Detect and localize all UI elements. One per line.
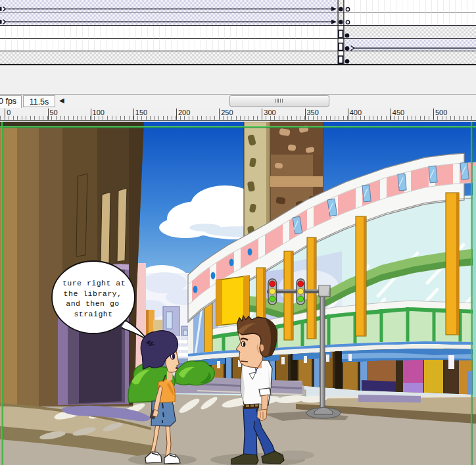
svg-text:the library,: the library,: [64, 289, 122, 298]
svg-text:and then go: and then go: [66, 299, 119, 308]
svg-text:straight: straight: [74, 310, 112, 318]
svg-text:ture right at: ture right at: [62, 279, 126, 287]
